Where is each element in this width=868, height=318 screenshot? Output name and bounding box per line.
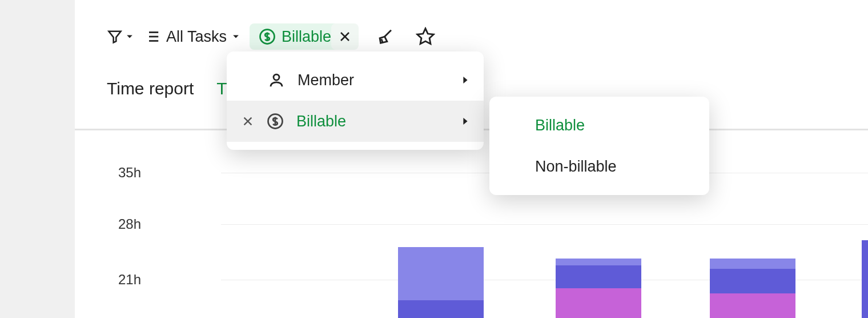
toolbar: All Tasks Billable <box>75 0 868 51</box>
menu-item-billable[interactable]: Billable <box>227 101 484 142</box>
billable-filter-chip[interactable]: Billable <box>250 23 340 50</box>
dollar-circle-icon <box>267 113 284 130</box>
tab-label: Time report <box>107 79 194 98</box>
dollar-circle-icon <box>259 28 276 45</box>
chart-bar[interactable] <box>862 240 868 318</box>
filter-button[interactable] <box>107 29 133 45</box>
broom-icon <box>376 27 395 46</box>
billable-chip-label: Billable <box>282 28 331 46</box>
remove-billable-filter[interactable] <box>331 23 359 50</box>
star-icon <box>416 27 435 46</box>
y-axis-tick: 28h <box>107 216 141 232</box>
close-icon[interactable] <box>242 115 254 128</box>
bar-segment <box>862 240 868 318</box>
funnel-icon <box>107 29 123 45</box>
billable-submenu: Billable Non-billable <box>489 97 709 195</box>
all-tasks-label: All Tasks <box>166 28 227 46</box>
menu-item-label: Member <box>298 71 354 89</box>
chart-bar[interactable] <box>398 247 484 318</box>
chart-bar[interactable] <box>556 259 641 318</box>
svg-point-11 <box>274 74 279 80</box>
chevron-right-icon <box>462 117 469 126</box>
close-icon <box>338 30 352 43</box>
svg-marker-10 <box>417 29 433 44</box>
list-icon <box>143 28 160 45</box>
submenu-label: Billable <box>535 117 585 134</box>
caret-down-icon <box>232 33 239 40</box>
chart: 35h 28h 21h <box>107 149 868 318</box>
submenu-label: Non-billable <box>535 158 617 176</box>
menu-item-member[interactable]: Member <box>227 59 484 101</box>
gridline <box>221 224 868 225</box>
bar-segment <box>556 265 641 288</box>
tab-time-report[interactable]: Time report <box>107 79 194 98</box>
caret-down-icon <box>126 33 133 40</box>
y-axis-tick: 35h <box>107 165 141 181</box>
bar-segment <box>556 288 641 318</box>
bar-segment <box>398 247 484 300</box>
submenu-item-billable[interactable]: Billable <box>489 105 709 146</box>
person-icon <box>268 71 285 89</box>
bar-segment <box>398 300 484 318</box>
bar-segment <box>710 269 795 293</box>
submenu-item-non-billable[interactable]: Non-billable <box>489 146 709 187</box>
clear-filters-button[interactable] <box>375 26 396 47</box>
bar-segment <box>710 259 795 269</box>
menu-item-label: Billable <box>296 113 346 130</box>
favorite-button[interactable] <box>415 26 436 47</box>
svg-line-9 <box>381 39 383 42</box>
chevron-right-icon <box>462 75 469 85</box>
y-axis-tick: 21h <box>107 272 141 288</box>
main-panel: All Tasks Billable <box>75 0 868 318</box>
bar-segment <box>710 293 795 318</box>
all-tasks-dropdown[interactable]: All Tasks <box>143 28 239 46</box>
filter-dropdown-menu: Member Billable <box>227 51 484 150</box>
bar-segment <box>556 259 641 265</box>
chart-bar[interactable] <box>710 259 795 318</box>
